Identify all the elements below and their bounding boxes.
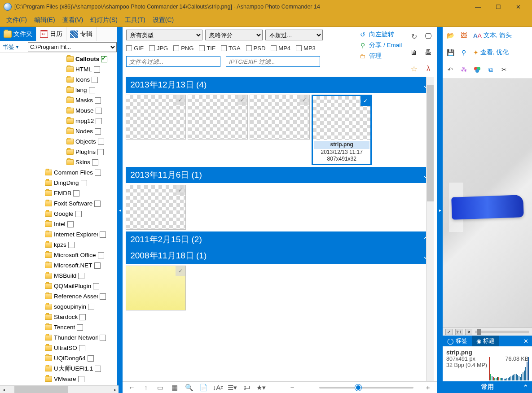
bookmark-dropdown[interactable]: 书签 ▼ — [0, 43, 28, 51]
date-group-header[interactable]: 2013年11月6日 (1)⌄ — [126, 167, 434, 183]
tree-item[interactable]: Foxit Software — [0, 198, 117, 209]
share2-icon[interactable]: ⚲ — [458, 47, 470, 58]
rgb-icon[interactable] — [471, 64, 483, 75]
tree-item[interactable]: Objects — [0, 136, 117, 147]
tab-calendar[interactable]: 日历 — [36, 27, 66, 41]
date-group-header[interactable]: 2011年2月15日 (2)⌃ — [126, 231, 434, 248]
save-icon[interactable]: 💾 — [444, 47, 456, 58]
format-checkbox-psd[interactable]: PSD — [246, 45, 266, 52]
zoom-out-icon[interactable]: − — [288, 383, 297, 392]
tree-item[interactable]: Reference Assemblies — [0, 291, 117, 301]
filter-filename-input[interactable] — [126, 56, 220, 67]
nav-prev-icon[interactable]: ← — [127, 383, 136, 392]
format-checkbox-mp3[interactable]: MP3 — [296, 45, 316, 52]
thumb-size-slider[interactable] — [319, 387, 413, 389]
tree-item[interactable]: QQMailPlugin — [0, 281, 117, 291]
menu-tools[interactable]: 工具(T) — [122, 15, 148, 26]
image-icon[interactable]: 🖼 — [458, 30, 470, 41]
tree-item[interactable]: VMware — [0, 374, 117, 384]
format-checkbox-tif[interactable]: TIF — [199, 45, 215, 52]
scissor-icon[interactable]: ✂ — [498, 64, 510, 75]
star-icon[interactable]: ★▾ — [256, 383, 265, 392]
tree-item[interactable]: Internet Explorer — [0, 229, 117, 240]
tree-item[interactable]: EMDB — [0, 188, 117, 198]
action-manage[interactable]: 🗀管理 — [359, 52, 402, 60]
vertical-scrollbar[interactable] — [426, 77, 434, 381]
menu-file[interactable]: 文件(F) — [4, 15, 30, 26]
tree-item[interactable]: Thunder Network — [0, 332, 117, 343]
tree-item[interactable]: Nodes — [0, 126, 117, 136]
menu-slideshow[interactable]: 幻灯片(S) — [88, 15, 120, 26]
tree-item[interactable]: Icons — [0, 74, 117, 85]
thumbnail[interactable]: ✓ — [250, 95, 310, 140]
thumbnail[interactable]: ✓strip.png2013/12/13 11:17807x491x32 — [312, 95, 372, 165]
tree-horizontal-scrollbar[interactable]: ◂▸ — [0, 385, 119, 393]
action-rotate-left[interactable]: ↺向左旋转 — [359, 31, 402, 39]
format-checkbox-mp4[interactable]: MP4 — [271, 45, 290, 52]
layout1-icon[interactable]: ▭ — [156, 383, 165, 392]
path-dropdown[interactable]: C:\Program Fil... — [28, 42, 117, 52]
tree-item[interactable]: Microsoft.NET — [0, 260, 117, 271]
splitter-left[interactable]: ◂ — [117, 27, 123, 393]
menu-settings[interactable]: 设置(C) — [150, 15, 176, 26]
tree-item[interactable]: UltraISO — [0, 343, 117, 353]
tree-item[interactable]: U大师UEFI1.1 — [0, 363, 117, 374]
tool-text-arrow[interactable]: AA 文本, 箭头 — [471, 30, 514, 41]
tree-item[interactable]: kpzs — [0, 240, 117, 250]
tab-albums[interactable]: 专辑 — [66, 27, 97, 41]
tree-item[interactable]: Microsoft Office — [0, 250, 117, 260]
lock-icon[interactable]: ⭘ — [465, 329, 472, 335]
monitor-icon[interactable]: 🖵 — [423, 31, 433, 41]
tree-item[interactable]: PlugIns — [0, 147, 117, 157]
tree-item[interactable]: HTML — [0, 64, 117, 74]
wand-icon[interactable]: ⁂ — [458, 64, 470, 75]
layout2-icon[interactable]: ▦ — [170, 383, 179, 392]
tree-item[interactable]: Stardock — [0, 312, 117, 322]
format-checkbox-jpg[interactable]: JPG — [149, 45, 168, 52]
folder-tree[interactable]: CalloutsHTMLIconslangMasksMousempg12Node… — [0, 53, 117, 393]
tree-item[interactable]: Google — [0, 209, 117, 219]
undo-icon[interactable]: ↶ — [444, 64, 456, 75]
menu-edit[interactable]: 编辑(E) — [31, 15, 58, 26]
actual-icon[interactable]: 1:1 — [455, 329, 462, 335]
tree-item[interactable]: Intel — [0, 219, 117, 229]
minimize-button[interactable]: — — [468, 0, 488, 13]
tree-item[interactable]: Masks — [0, 95, 117, 105]
menu-view[interactable]: 查看(V) — [60, 15, 86, 26]
copy-icon[interactable]: 🗎 — [409, 48, 419, 57]
filter-rating-select[interactable]: 忽略评分 — [205, 30, 263, 40]
sort-az-icon[interactable]: ↓AZ — [213, 383, 222, 392]
date-group-header[interactable]: 2013年12月13日 (4)⌄ — [126, 77, 434, 93]
rotate-right-icon[interactable]: ↻ — [409, 31, 419, 41]
thumbnail[interactable]: ✓ — [188, 95, 248, 140]
tree-item[interactable]: Mouse — [0, 105, 117, 116]
tree-item[interactable]: Callouts — [0, 54, 117, 64]
filter-date-select[interactable]: 不超过... — [265, 30, 323, 40]
tree-item[interactable]: Common Files — [0, 167, 117, 178]
format-checkbox-png[interactable]: PNG — [173, 45, 193, 52]
thumbnail[interactable]: ✓ — [126, 95, 186, 140]
open-icon[interactable]: 📂 — [444, 30, 456, 41]
splitter-right[interactable]: ▸ — [437, 27, 443, 393]
tool-view-optimize[interactable]: ✦ 查看, 优化 — [471, 47, 510, 58]
date-group-header[interactable]: 2008年11月18日 (1)⌄ — [126, 248, 434, 264]
print-icon[interactable]: 🖶 — [423, 48, 433, 57]
format-checkbox-gif[interactable]: GIF — [126, 45, 144, 52]
tree-item[interactable]: mpg12 — [0, 116, 117, 126]
filter-type-select[interactable]: 所有类型 — [126, 30, 202, 40]
zoom-icon[interactable]: 🔍 — [185, 383, 193, 392]
tree-item[interactable]: Skins — [0, 157, 117, 167]
favorite-icon[interactable]: ☆ — [409, 64, 419, 74]
tab-folders[interactable]: 文件夹 — [0, 27, 36, 41]
tree-item[interactable]: MSBuild — [0, 271, 117, 281]
right-tab-tags[interactable]: ◯标签 — [443, 336, 472, 346]
preview-image[interactable] — [451, 195, 524, 220]
filter-iptc-input[interactable] — [226, 56, 320, 67]
format-checkbox-tga[interactable]: TGA — [221, 45, 241, 52]
frequent-panel-toggle[interactable]: 常用⌃ — [443, 381, 532, 393]
action-share[interactable]: ⚲分享 / Email — [359, 41, 402, 49]
right-tab-title[interactable]: ◉标题 — [472, 336, 499, 346]
tree-item[interactable]: UQiDong64 — [0, 353, 117, 363]
tree-item[interactable]: sogoupinyin — [0, 301, 117, 312]
maximize-button[interactable]: ☐ — [488, 0, 508, 13]
